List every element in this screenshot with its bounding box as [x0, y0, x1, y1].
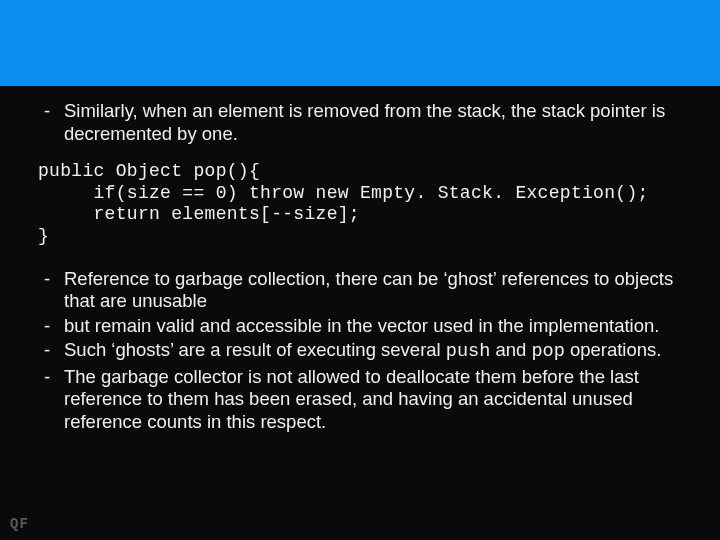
bullet-text: The garbage collector is not allowed to …	[64, 366, 682, 434]
bullet-dash: -	[38, 268, 64, 313]
text-mid: and	[490, 339, 531, 360]
bullet-dash: -	[38, 366, 64, 434]
bullet-dash: -	[38, 339, 64, 364]
list-item: - Reference to garbage collection, there…	[38, 268, 682, 313]
slide-content: - Similarly, when an element is removed …	[0, 86, 720, 433]
bullet-text-mixed: Such ‘ghosts’ are a result of executing …	[64, 339, 682, 364]
code-block: public Object pop(){ if(size == 0) throw…	[38, 161, 682, 247]
footer-logo: QF	[10, 516, 29, 532]
bullet-text: but remain valid and accessible in the v…	[64, 315, 682, 338]
list-item: - but remain valid and accessible in the…	[38, 315, 682, 338]
header-bar	[0, 0, 720, 86]
bullet-block-bottom: - Reference to garbage collection, there…	[38, 268, 682, 434]
bullet-text: Reference to garbage collection, there c…	[64, 268, 682, 313]
list-item: - Such ‘ghosts’ are a result of executin…	[38, 339, 682, 364]
list-item: - Similarly, when an element is removed …	[38, 100, 682, 145]
bullet-dash: -	[38, 100, 64, 145]
text-post: operations.	[565, 339, 662, 360]
inline-code-pop: pop	[531, 341, 564, 362]
list-item: - The garbage collector is not allowed t…	[38, 366, 682, 434]
bullet-text: Similarly, when an element is removed fr…	[64, 100, 682, 145]
inline-code-push: push	[446, 341, 490, 362]
bullet-dash: -	[38, 315, 64, 338]
bullet-block-top: - Similarly, when an element is removed …	[38, 100, 682, 145]
text-pre: Such ‘ghosts’ are a result of executing …	[64, 339, 446, 360]
